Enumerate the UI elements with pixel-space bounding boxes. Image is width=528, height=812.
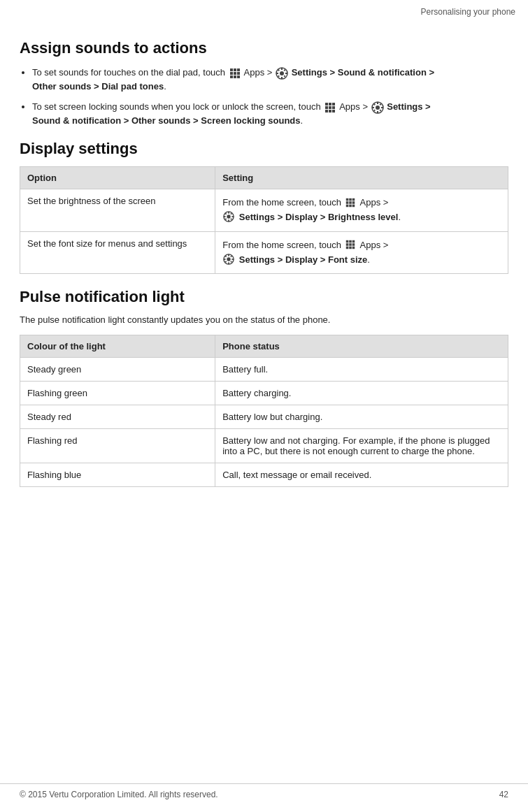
bullet1-apps: Apps > xyxy=(244,67,275,78)
light-row1-colour: Steady green xyxy=(20,358,215,382)
bullet1-pre: To set sounds for touches on the dial pa… xyxy=(32,67,228,78)
page-number: 42 xyxy=(499,790,508,799)
settings-icon-4 xyxy=(223,254,236,266)
table-row: Set the font size for menus and settings… xyxy=(20,231,508,274)
light-row2-status: Battery charging. xyxy=(215,382,508,405)
light-row1-status: Battery full. xyxy=(215,358,508,382)
display-table-header: Option Setting xyxy=(20,167,508,189)
display-col-option: Option xyxy=(20,167,215,189)
display-row1-option: Set the brightness of the screen xyxy=(20,189,215,232)
apps-icon-3 xyxy=(345,197,357,210)
bullet-item-2: To set screen locking sounds when you lo… xyxy=(32,100,508,127)
section3-title: Pulse notification light xyxy=(20,288,508,306)
copyright-text: © 2015 Vertu Corporation Limited. All ri… xyxy=(20,790,218,799)
bullet-item-1: To set sounds for touches on the dial pa… xyxy=(32,66,508,93)
page-title-header: Personalising your phone xyxy=(421,7,515,17)
display-row2-setting: From the home screen, touch Apps > Setti… xyxy=(215,231,508,274)
apps-icon-2 xyxy=(324,101,336,114)
page-header: Personalising your phone xyxy=(0,0,528,20)
light-row3-status: Battery low but charging. xyxy=(215,405,508,429)
apps-icon-4 xyxy=(345,239,357,252)
apps-icon-1 xyxy=(229,67,241,80)
light-row4-status: Battery low and not charging. For exampl… xyxy=(215,429,508,463)
light-col-status: Phone status xyxy=(215,335,508,358)
table-row: Flashing green Battery charging. xyxy=(20,382,508,405)
notification-light-table: Colour of the light Phone status Steady … xyxy=(20,335,508,487)
light-table-body: Steady green Battery full. Flashing gree… xyxy=(20,358,508,487)
page-footer: © 2015 Vertu Corporation Limited. All ri… xyxy=(0,783,528,799)
main-content: Assign sounds to actions To set sounds f… xyxy=(0,20,528,529)
section1-title: Assign sounds to actions xyxy=(20,39,508,57)
bullet2-apps: Apps > xyxy=(339,101,370,112)
table-row: Set the brightness of the screen From th… xyxy=(20,189,508,232)
light-col-colour: Colour of the light xyxy=(20,335,215,358)
section1: Assign sounds to actions To set sounds f… xyxy=(20,39,508,127)
display-row2-option: Set the font size for menus and settings xyxy=(20,231,215,274)
pulse-description: The pulse notification light constantly … xyxy=(20,314,508,325)
light-row2-colour: Flashing green xyxy=(20,382,215,405)
table-row: Flashing red Battery low and not chargin… xyxy=(20,429,508,463)
light-row3-colour: Steady red xyxy=(20,405,215,429)
display-row1-setting: From the home screen, touch Apps > Setti… xyxy=(215,189,508,232)
light-row5-status: Call, text message or email received. xyxy=(215,463,508,487)
table-row: Flashing blue Call, text message or emai… xyxy=(20,463,508,487)
settings-icon-1 xyxy=(276,67,288,80)
display-settings-table: Option Setting Set the brightness of the… xyxy=(20,166,508,274)
bullet-list: To set sounds for touches on the dial pa… xyxy=(32,66,508,127)
section3: Pulse notification light The pulse notif… xyxy=(20,288,508,487)
settings-icon-2 xyxy=(371,101,384,114)
section2-title: Display settings xyxy=(20,140,508,158)
display-col-setting: Setting xyxy=(215,167,508,189)
bullet2-pre: To set screen locking sounds when you lo… xyxy=(32,101,323,112)
light-row4-colour: Flashing red xyxy=(20,429,215,463)
section2: Display settings Option Setting Set the … xyxy=(20,140,508,274)
settings-icon-3 xyxy=(223,211,236,224)
table-row: Steady green Battery full. xyxy=(20,358,508,382)
light-table-header: Colour of the light Phone status xyxy=(20,335,508,358)
table-row: Steady red Battery low but charging. xyxy=(20,405,508,429)
light-row5-colour: Flashing blue xyxy=(20,463,215,487)
display-table-body: Set the brightness of the screen From th… xyxy=(20,189,508,274)
